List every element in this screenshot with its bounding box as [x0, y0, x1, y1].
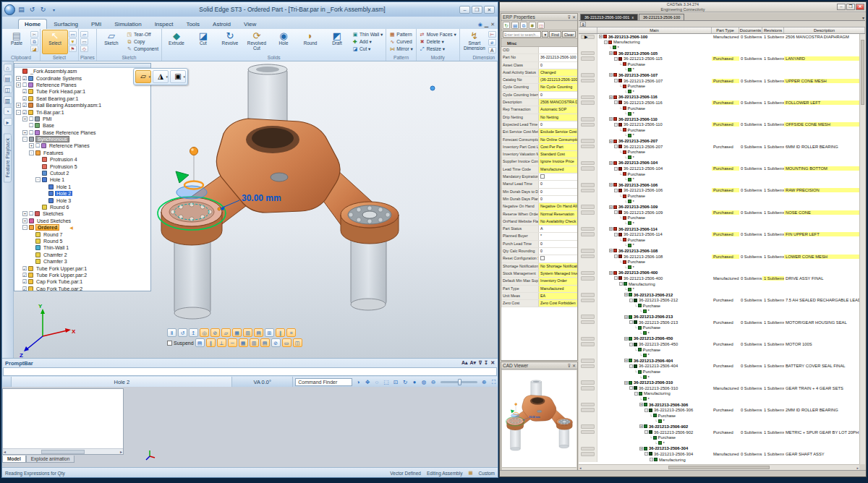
bom-row[interactable]: └*: [579, 309, 859, 315]
revolve-button[interactable]: ↻Revolve: [217, 30, 243, 54]
zoom-area-icon[interactable]: ⊡: [392, 378, 400, 386]
redo-icon[interactable]: ↻: [38, 5, 48, 14]
autohide-icon[interactable]: ⊽: [478, 360, 482, 366]
sensors-icon[interactable]: ◔: [4, 107, 12, 115]
property-value[interactable]: Cost Per Part: [539, 144, 577, 150]
cv-close-icon[interactable]: ✕: [572, 363, 576, 368]
bom-row[interactable]: └Purchase: [579, 303, 859, 309]
tree-expander-icon[interactable]: +: [624, 293, 628, 296]
bom-row[interactable]: └*: [579, 67, 859, 73]
property-value[interactable]: Automatic SOP: [539, 106, 577, 113]
sketch-view-button[interactable]: ▱▾: [135, 70, 151, 83]
revolved-cut-button[interactable]: ⟳Revolved Cut: [244, 30, 270, 54]
help-icon[interactable]: ◉: [478, 22, 482, 27]
tree-expander-icon[interactable]: -: [614, 189, 618, 192]
column-header-revisions[interactable]: Revisions: [762, 27, 784, 33]
bom-row[interactable]: -36-221213-2506-106Purchased0 SubItems1 …: [579, 188, 859, 194]
bom-row[interactable]: └Purchase: [579, 259, 859, 265]
tree-expander-icon[interactable]: +: [22, 116, 27, 121]
bom-row[interactable]: +36-221213-2506-213: [579, 314, 859, 320]
tree-expander-icon[interactable]: +: [639, 447, 643, 450]
pathfinder-item[interactable]: +☐Base Reference Planes: [14, 129, 150, 136]
tree-expander-icon[interactable]: -: [614, 167, 618, 171]
tree-expander-icon[interactable]: +: [609, 140, 613, 143]
property-value[interactable]: EA: [539, 293, 577, 299]
property-value[interactable]: *: [539, 233, 577, 239]
live-rule-none-button[interactable]: ⊘: [271, 338, 281, 347]
property-value[interactable]: 0: [539, 189, 577, 195]
ct-close-button[interactable]: ✕: [856, 4, 864, 10]
tree-expander-icon[interactable]: +: [639, 424, 643, 428]
pathfinder-item[interactable]: ☑Tube Fork Head.par:1: [14, 88, 150, 95]
visibility-checkbox[interactable]: ☑: [22, 75, 27, 82]
mirror-button[interactable]: ⋈Mirror ▾: [388, 46, 414, 52]
bom-row[interactable]: └*: [579, 133, 859, 139]
bom-row[interactable]: └Purchase: [579, 347, 859, 353]
ribbon-tab-view[interactable]: View: [237, 19, 263, 29]
home-icon[interactable]: ⌂: [4, 64, 12, 72]
bom-row[interactable]: +36-221213-2506-108: [579, 248, 859, 254]
visibility-checkbox[interactable]: ☐: [28, 122, 34, 129]
curved-button[interactable]: ∿Curved: [388, 38, 414, 45]
plus-icon[interactable]: ⊕: [480, 378, 488, 386]
d5-icon[interactable]: A: [488, 47, 496, 54]
property-value[interactable]: Standard Cost: [539, 151, 577, 158]
visibility-checkbox[interactable]: ☑: [22, 272, 27, 278]
tree-expander-icon[interactable]: +: [609, 249, 613, 252]
bom-tab[interactable]: 36-221213-2506-100-001x: [580, 14, 638, 20]
tree-expander-icon[interactable]: +: [609, 227, 613, 231]
live-rule-undo-button[interactable]: ↺: [178, 328, 187, 337]
bom-row[interactable]: -Manufacturing: [579, 391, 859, 397]
principal-planes-button[interactable]: ◮▾: [153, 70, 169, 83]
bom-row[interactable]: -Manufacturing: [579, 281, 859, 287]
d6-icon[interactable]: A: [498, 47, 498, 54]
bom-row[interactable]: └*: [579, 396, 859, 402]
erp-copy-icon[interactable]: ⧉: [520, 22, 527, 29]
font-increase-icon[interactable]: A▴: [461, 360, 468, 366]
live-rule-box2-button[interactable]: ◫: [293, 338, 302, 347]
visibility-checkbox[interactable]: ☐: [28, 116, 34, 122]
tree-expander-icon[interactable]: +: [22, 130, 27, 135]
pathfinder-item[interactable]: +☐Sketches: [14, 210, 150, 217]
move-faces-button[interactable]: ⇄Move Faces ▾: [418, 31, 458, 38]
tree-expander-icon[interactable]: -: [644, 409, 648, 412]
plane2-icon[interactable]: ▭: [80, 38, 88, 45]
property-value[interactable]: Exclude Service Cost: [539, 129, 577, 135]
pathfinder-item[interactable]: -Features: [14, 150, 150, 156]
bom-row[interactable]: +36-221213-2506-106: [579, 182, 859, 188]
tree-expander-icon[interactable]: -: [614, 101, 618, 104]
pathfinder-item[interactable]: +☑Ball Bearing Assembly.asm:1: [14, 102, 150, 108]
live-rule-yz-button[interactable]: ▥: [243, 328, 252, 337]
paste-button[interactable]: ▤Paste: [4, 30, 30, 54]
bom-row[interactable]: +36-221213-2506-304: [579, 446, 859, 452]
bottom-tab-model[interactable]: Model: [2, 456, 26, 463]
tree-expander-icon[interactable]: -: [22, 137, 27, 142]
tree-expander-icon[interactable]: -: [614, 233, 618, 236]
tree-expander-icon[interactable]: -: [619, 282, 623, 286]
pathfinder-item[interactable]: ☑Tube Fork Upper.par:1: [14, 265, 150, 271]
tree-expander-icon[interactable]: -: [644, 430, 648, 434]
bom-row[interactable]: └*: [579, 243, 859, 249]
bom-vscrollbar[interactable]: [859, 34, 865, 464]
live-rule-restore-button[interactable]: ↥: [189, 328, 198, 337]
pathfinder-item[interactable]: ☑Seat Bearing.par:1: [14, 95, 150, 102]
property-value[interactable]: Ignore Invoice Price: [539, 158, 577, 165]
bom-row[interactable]: -36-221213-2506-110Purchased0 SubItems1 …: [579, 122, 859, 128]
pathfinder-item[interactable]: -Ordered◀: [14, 224, 150, 231]
bom-row[interactable]: └Purchase: [579, 149, 859, 155]
property-value[interactable]: Manufactured: [539, 166, 577, 173]
playback-icon[interactable]: ▸: [4, 118, 12, 126]
property-value[interactable]: [539, 174, 577, 180]
bom-row[interactable]: +36-221213-2506-104: [579, 161, 859, 166]
visibility-checkbox[interactable]: ☐: [22, 82, 27, 88]
property-value[interactable]: Manufactured: [539, 286, 577, 292]
tree-expander-icon[interactable]: -: [614, 79, 618, 82]
live-rule-pause-button[interactable]: Ⅱ: [167, 328, 176, 337]
visibility-checkbox[interactable]: ☑: [22, 278, 27, 285]
bom-row[interactable]: +36-221213-2506-110: [579, 116, 859, 122]
pathfinder-item[interactable]: Chamfer 2: [14, 252, 150, 258]
tree-expander-icon[interactable]: -: [629, 364, 633, 368]
property-value[interactable]: A: [539, 226, 577, 232]
tree-expander-icon[interactable]: -: [614, 255, 618, 258]
tree-expander-icon[interactable]: +: [29, 143, 34, 148]
